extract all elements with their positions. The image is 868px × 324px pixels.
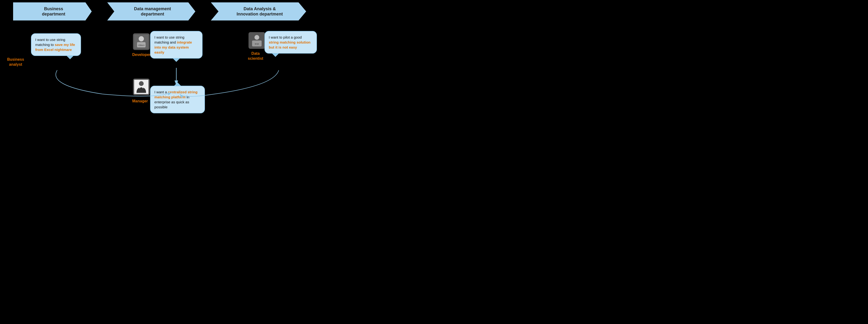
- persona-manager: Manager: [132, 99, 148, 104]
- data-scientist-icon: $#@: [250, 33, 264, 47]
- highlight-ds: string matching solution but it is not e…: [269, 40, 310, 49]
- bubble-developer: I want to use string matching and integr…: [150, 31, 203, 59]
- svg-point-1: [139, 36, 144, 41]
- arrow-data-analysis-department: Data Analysis &Innovation department: [211, 2, 306, 21]
- bubble-data-scientist: I want to pilot a good string matching s…: [265, 31, 317, 54]
- manager-icon: [134, 80, 149, 94]
- highlight-mgr: centralized string matching platform: [154, 90, 197, 99]
- persona-data-scientist: Datascientist: [248, 51, 263, 61]
- bubble-business-analyst: I want to use string matching to save my…: [31, 33, 81, 56]
- scene: Businessdepartment Data managementdepart…: [0, 0, 334, 124]
- svg-point-5: [254, 35, 259, 40]
- bubble-manager: I want a centralized string matching pla…: [150, 86, 205, 113]
- developer-icon: </dev>: [134, 34, 149, 49]
- avatar-data-scientist: $#@: [249, 32, 265, 49]
- persona-developer: Developer: [132, 53, 151, 57]
- svg-point-9: [139, 81, 144, 86]
- persona-business-analyst: Businessanalyst: [7, 57, 24, 67]
- highlight-ba: save my life from Excel nightmare: [35, 43, 75, 52]
- svg-text:</dev>: </dev>: [138, 44, 145, 46]
- arrow-data-management-department: Data managementdepartment: [107, 2, 195, 21]
- highlight-dev: integrate into my data system easily: [154, 40, 192, 54]
- avatar-manager: [133, 78, 150, 95]
- svg-text:$#@: $#@: [255, 43, 259, 45]
- avatar-developer: </dev>: [133, 33, 150, 50]
- arrow-business-department: Businessdepartment: [13, 2, 92, 21]
